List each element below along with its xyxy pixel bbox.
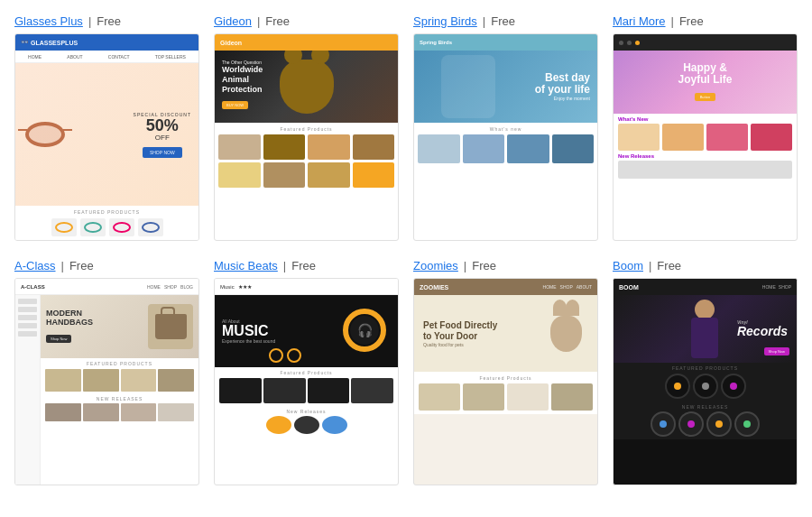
- card-boom: Boom | Free BOOM HOME SHOP Vinyl Records: [613, 259, 798, 485]
- card-title-music-beats[interactable]: Music Beats: [214, 259, 278, 272]
- aclass-hero: MODERNHANDBAGS Shop Now: [41, 295, 198, 358]
- zoomies-featured-label: Featured Products: [419, 375, 593, 381]
- aclass-releases: NEW RELEASES: [41, 394, 198, 423]
- aclass-sidebar: [15, 295, 41, 485]
- preview-gideon[interactable]: Gideon The Other Question WorldwideAnima…: [214, 33, 399, 241]
- preview-a-class[interactable]: A-CLASS HOME SHOP BLOG: [14, 278, 199, 485]
- zoomies-topbar: ZOOMIES HOME SHOP ABOUT: [414, 279, 597, 295]
- card-title-a-class[interactable]: A-Class: [14, 259, 56, 272]
- spring-hero-small: Enjoy the moment: [535, 96, 590, 101]
- glasses-nav-about: ABOUT: [67, 54, 82, 60]
- zoomies-nav-3: ABOUT: [577, 284, 592, 290]
- separator-zoomies: |: [464, 259, 466, 272]
- spring-hero: Best dayof your life Enjoy the moment: [414, 51, 597, 123]
- aclass-nav-1: HOME: [147, 284, 161, 290]
- glasses-off-label: OFF: [134, 134, 191, 142]
- music-release-row: [219, 416, 393, 434]
- card-title-boom[interactable]: Boom: [613, 259, 643, 272]
- zoomies-cat-body: [550, 316, 582, 352]
- gideon-product-row2: [218, 162, 394, 188]
- mari-product-3: [706, 124, 748, 151]
- card-title-zoomies[interactable]: Zoomies: [413, 259, 458, 272]
- card-music-beats: Music Beats | Free Music ★★★ All About M…: [214, 259, 399, 485]
- music-circles: [269, 348, 301, 363]
- mari-btn[interactable]: Button: [695, 93, 716, 101]
- boom-topbar-nav: HOME SHOP: [762, 284, 791, 290]
- gideon-product-2: [263, 134, 306, 160]
- music-release-3: [322, 416, 347, 434]
- separator-mari-more: |: [671, 14, 674, 28]
- boom-product-row: [618, 374, 792, 399]
- gideon-product-6: [263, 162, 306, 188]
- mari-product-1: [618, 124, 660, 151]
- aclass-product-3: [121, 369, 157, 392]
- badge-gideon: Free: [265, 14, 290, 28]
- glasses-nav-contact: CONTACT: [108, 54, 130, 60]
- glasses-featured-label: FEATURED PRODUCTS: [21, 209, 193, 215]
- zoomies-product-4: [551, 383, 593, 411]
- music-stars: ★★★: [238, 283, 252, 290]
- music-hero-big: MUSIC: [222, 324, 275, 338]
- preview-mari-more[interactable]: Happy &Joyful Life Button What's New New…: [613, 33, 798, 241]
- badge-a-class: Free: [69, 259, 94, 272]
- boom-shop-btn[interactable]: Shop Now: [764, 347, 789, 355]
- glasses-product-2: [80, 218, 106, 236]
- card-mari-more: Mari More | Free Happy &Joyful Life Butt…: [613, 14, 798, 241]
- gideon-featured-label: Featured Products: [218, 126, 394, 132]
- glasses-product-row: [21, 218, 193, 236]
- aclass-sidebar-2: [18, 307, 37, 312]
- card-title-mari-more[interactable]: Mari More: [613, 14, 666, 28]
- card-title-gideon[interactable]: Gideon: [214, 14, 252, 28]
- card-a-class: A-Class | Free A-CLASS HOME SHOP BLOG: [14, 259, 199, 485]
- boom-release-4: [734, 411, 760, 437]
- preview-boom[interactable]: BOOM HOME SHOP Vinyl Records Shop Now FE: [613, 278, 798, 485]
- aclass-sidebar-4: [18, 323, 37, 328]
- mari-dot-1: [619, 41, 623, 45]
- glasses-lens-1: [55, 222, 73, 233]
- gideon-product-3: [308, 134, 350, 160]
- glasses-hero: SPECIAL DISCOUNT 50% OFF SHOP NOW: [15, 63, 198, 206]
- card-title-glasses-plus[interactable]: Glasses Plus: [14, 14, 83, 28]
- glasses-lens-3: [113, 222, 131, 233]
- gideon-product-5: [218, 162, 261, 188]
- badge-mari-more: Free: [679, 14, 704, 28]
- card-zoomies: Zoomies | Free ZOOMIES HOME SHOP ABOUT P…: [413, 259, 598, 485]
- boom-logo: BOOM: [619, 284, 639, 291]
- badge-spring-birds: Free: [491, 14, 515, 28]
- card-header-a-class: A-Class | Free: [14, 259, 199, 272]
- boom-release-inner-1: [660, 420, 667, 428]
- gideon-bear-icon: [280, 60, 334, 114]
- boom-product-inner-3: [730, 383, 737, 390]
- preview-glasses-plus[interactable]: 👓 GLASSESPLUS HOME ABOUT CONTACT TOP SEL…: [14, 33, 199, 241]
- gideon-btn[interactable]: BUY NOW: [222, 101, 248, 109]
- aclass-releases-label: NEW RELEASES: [45, 396, 194, 402]
- preview-music-beats[interactable]: Music ★★★ All About MUSIC Experience the…: [214, 278, 399, 485]
- boom-release-2: [678, 411, 704, 437]
- preview-spring-birds[interactable]: Spring Birds Best dayof your life Enjoy …: [413, 33, 598, 241]
- card-title-spring-birds[interactable]: Spring Birds: [413, 14, 477, 28]
- glasses-shop-btn[interactable]: SHOP NOW: [143, 147, 182, 158]
- aclass-nav-2: SHOP: [164, 284, 177, 290]
- gideon-logo: Gideon: [220, 40, 242, 46]
- aclass-sidebar-5: [18, 331, 37, 337]
- aclass-product-2: [83, 369, 119, 392]
- aclass-topbar: A-CLASS HOME SHOP BLOG: [15, 279, 198, 295]
- aclass-release-2: [83, 403, 119, 421]
- boom-product-1: [665, 374, 690, 399]
- boom-nav-1: HOME: [762, 284, 776, 290]
- gideon-product-4: [353, 134, 395, 160]
- boom-topbar: BOOM HOME SHOP: [614, 279, 797, 295]
- glasses-discount: 50%: [134, 117, 191, 134]
- zoomies-products: Featured Products: [414, 372, 597, 414]
- music-headphone-icon: [341, 307, 391, 356]
- aclass-product-row: [45, 369, 194, 392]
- boom-product-2: [693, 374, 718, 399]
- preview-zoomies[interactable]: ZOOMIES HOME SHOP ABOUT Pet Food Directl…: [413, 278, 598, 485]
- spring-product-2: [463, 134, 505, 163]
- aclass-shop-btn[interactable]: Shop Now: [46, 335, 71, 343]
- music-products: Featured Products: [215, 367, 398, 406]
- mari-topbar: [614, 34, 797, 51]
- boom-featured-label: FEATURED PRODUCTS: [618, 365, 792, 371]
- aclass-handbag-icon: [155, 314, 187, 339]
- zoomies-product-1: [419, 383, 460, 411]
